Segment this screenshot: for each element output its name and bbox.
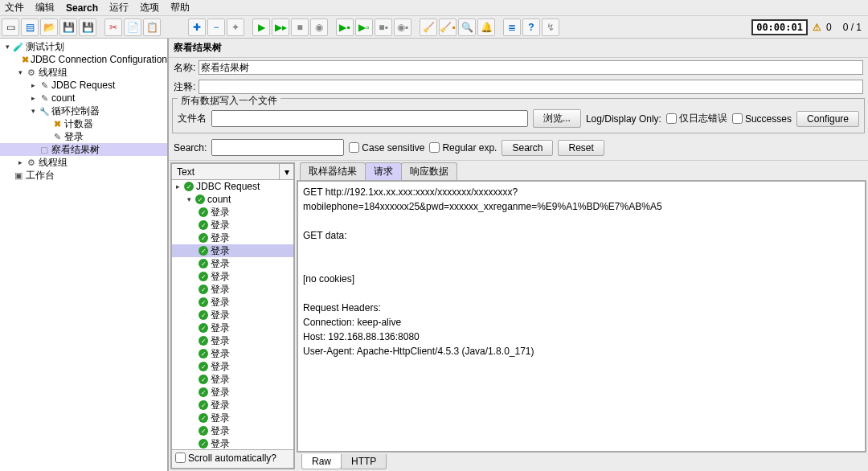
scroll-auto-checkbox[interactable]: Scroll automatically? [175, 453, 276, 464]
cut-button[interactable]: ✂ [104, 18, 122, 36]
detail-tab[interactable]: 响应数据 [401, 162, 457, 180]
result-item[interactable]: ✓登录 [172, 309, 293, 322]
regex-checkbox[interactable]: Regular exp. [429, 142, 497, 154]
remote-start-all-button[interactable]: ▶▫ [355, 18, 373, 36]
heap-dump-button[interactable]: ↯ [542, 18, 559, 36]
result-parent[interactable]: ▸✓JDBC Request [172, 180, 293, 193]
pipette-icon [39, 80, 50, 91]
result-label: 登录 [211, 206, 230, 219]
result-item[interactable]: ✓登录 [172, 373, 293, 386]
tree-node[interactable]: ▸count [0, 92, 167, 104]
result-item[interactable]: ✓登录 [172, 424, 293, 437]
remote-stop-button[interactable]: ■▪ [375, 18, 392, 36]
configure-button[interactable]: Configure [796, 111, 859, 127]
save-as-button[interactable]: 💾 [79, 18, 96, 36]
remote-start-button[interactable]: ▶▪ [336, 18, 354, 36]
remote-shutdown-button[interactable]: ◉▪ [394, 18, 411, 36]
search-button[interactable]: 🔍 [458, 18, 476, 36]
comment-input[interactable] [199, 80, 863, 94]
tree-node[interactable]: JDBC Connection Configuration [0, 53, 167, 66]
result-label: 登录 [211, 219, 230, 232]
result-item[interactable]: ✓登录 [172, 296, 293, 309]
test-plan-tree[interactable]: ▾测试计划JDBC Connection Configuration▾线程组▸J… [0, 39, 169, 471]
book-icon [39, 144, 50, 155]
menu-run[interactable]: 运行 [109, 1, 129, 14]
menu-options[interactable]: 选项 [140, 1, 159, 14]
start-button[interactable]: ▶ [252, 18, 270, 36]
results-body[interactable]: ▸✓JDBC Request▾✓count✓登录✓登录✓登录✓登录✓登录✓登录✓… [172, 180, 293, 449]
paste-button[interactable]: 📋 [143, 18, 161, 36]
log-display-only-label: Log/Display Only: [586, 113, 661, 125]
help-button[interactable]: ? [522, 18, 540, 36]
templates-button[interactable]: ▤ [21, 18, 39, 36]
result-toggle[interactable]: ▾ [185, 195, 193, 203]
search-input[interactable] [211, 139, 344, 156]
result-item[interactable]: ✓登录 [172, 437, 293, 449]
result-toggle[interactable]: ▸ [174, 182, 182, 190]
start-no-timers-button[interactable]: ▶▸ [272, 18, 289, 36]
menu-file[interactable]: 文件 [5, 1, 24, 14]
detail-tab[interactable]: 请求 [365, 162, 402, 180]
result-item[interactable]: ✓登录 [172, 360, 293, 373]
result-item[interactable]: ✓登录 [172, 219, 293, 231]
errors-only-checkbox[interactable]: 仅日志错误 [666, 112, 727, 125]
tree-node[interactable]: 工作台 [0, 169, 167, 182]
tree-node[interactable]: ▾循环控制器 [0, 104, 167, 117]
tree-toggle[interactable]: ▸ [29, 81, 37, 89]
request-detail[interactable]: GET http://192.1xx.xx.xxx:xxxx/xxxxxxx/x… [297, 181, 866, 453]
renderer-dropdown[interactable]: ▾ [279, 164, 293, 179]
copy-button[interactable]: 📄 [124, 18, 141, 36]
tree-toggle[interactable]: ▸ [16, 158, 24, 166]
result-label: 登录 [211, 437, 230, 449]
result-item[interactable]: ✓登录 [172, 347, 293, 360]
tree-node[interactable]: ▸线程组 [0, 156, 167, 169]
result-parent[interactable]: ▾✓count [172, 193, 293, 206]
tree-toggle[interactable]: ▸ [29, 94, 37, 102]
result-item[interactable]: ✓登录 [172, 322, 293, 334]
reset-button[interactable]: Reset [558, 140, 604, 156]
menu-edit[interactable]: 编辑 [35, 1, 55, 14]
tree-node[interactable]: ▾测试计划 [0, 40, 167, 53]
tree-toggle[interactable]: ▾ [29, 107, 37, 115]
browse-button[interactable]: 浏览... [533, 109, 581, 128]
do-search-button[interactable]: Search [502, 140, 553, 156]
tree-node[interactable]: 计数器 [0, 117, 167, 130]
result-item[interactable]: ✓登录 [172, 386, 293, 399]
menu-search[interactable]: Search [66, 2, 98, 14]
tree-node[interactable]: 登录 [0, 130, 167, 143]
tree-node[interactable]: ▾线程组 [0, 66, 167, 79]
result-item[interactable]: ✓登录 [172, 244, 293, 257]
successes-checkbox[interactable]: Successes [732, 113, 792, 125]
result-item[interactable]: ✓登录 [172, 270, 293, 283]
menu-help[interactable]: 帮助 [170, 1, 190, 14]
clear-button[interactable]: 🧹 [420, 18, 437, 36]
save-button[interactable]: 💾 [59, 18, 77, 36]
result-item[interactable]: ✓登录 [172, 399, 293, 412]
detail-tab[interactable]: 取样器结果 [300, 162, 366, 180]
result-item[interactable]: ✓登录 [172, 283, 293, 296]
tree-node[interactable]: 察看结果树 [0, 143, 167, 156]
result-item[interactable]: ✓登录 [172, 412, 293, 424]
function-helper-button[interactable]: ≣ [503, 18, 521, 36]
result-item[interactable]: ✓登录 [172, 257, 293, 270]
expand-button[interactable]: ✚ [188, 18, 206, 36]
result-item[interactable]: ✓登录 [172, 231, 293, 244]
toggle-button[interactable]: ✦ [227, 18, 244, 36]
tree-toggle[interactable]: ▾ [3, 43, 11, 51]
open-button[interactable]: 📂 [40, 18, 58, 36]
shutdown-button[interactable]: ◉ [310, 18, 328, 36]
result-item[interactable]: ✓登录 [172, 334, 293, 347]
case-sensitive-checkbox[interactable]: Case sensitive [349, 142, 424, 154]
view-tab[interactable]: Raw [301, 454, 342, 469]
view-tab[interactable]: HTTP [341, 454, 387, 469]
result-item[interactable]: ✓登录 [172, 206, 293, 219]
new-button[interactable]: ▭ [2, 18, 19, 36]
reset-search-button[interactable]: 🔔 [477, 18, 495, 36]
stop-button[interactable]: ■ [291, 18, 309, 36]
tree-toggle[interactable]: ▾ [16, 68, 24, 76]
name-input[interactable] [199, 60, 863, 75]
filename-input[interactable] [211, 110, 528, 127]
tree-node[interactable]: ▸JDBC Request [0, 79, 167, 92]
clear-all-button[interactable]: 🧹▪ [439, 18, 457, 36]
collapse-button[interactable]: − [207, 18, 225, 36]
